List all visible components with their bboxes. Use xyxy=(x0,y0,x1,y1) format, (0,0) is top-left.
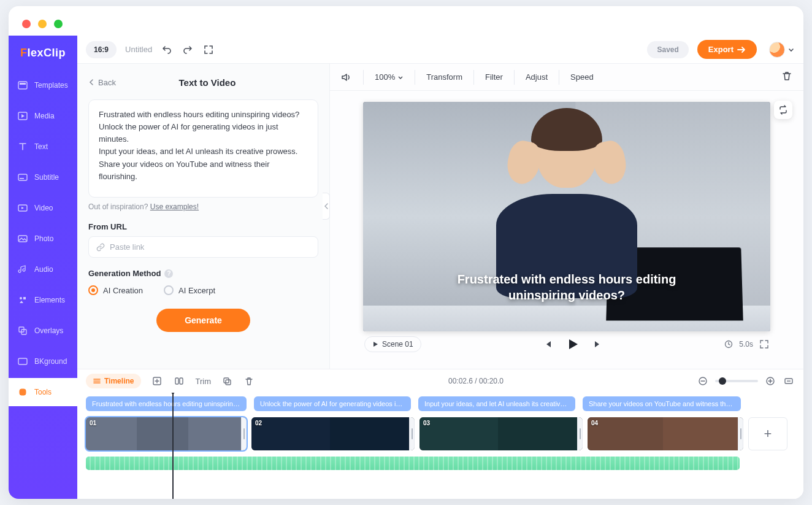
zoom-in-button[interactable] xyxy=(764,375,776,387)
sidebar-item-background[interactable]: BKground xyxy=(9,347,77,376)
chevron-left-icon xyxy=(324,202,329,210)
clip-right-handle[interactable] xyxy=(409,417,415,450)
prev-scene-button[interactable] xyxy=(543,339,553,349)
sidebar-item-overlays[interactable]: Overlays xyxy=(9,317,77,345)
svg-rect-15 xyxy=(175,378,178,384)
radio-label: AI Excerpt xyxy=(178,286,215,295)
workspace: Back Text to Video Frustrated with endle… xyxy=(77,64,803,369)
use-examples-link[interactable]: Use examples! xyxy=(150,202,199,211)
clip-right-handle[interactable] xyxy=(241,417,247,450)
sidebar-item-tools[interactable]: Tools xyxy=(9,378,77,406)
audio-track[interactable] xyxy=(86,457,740,470)
sidebar-item-label: Overlays xyxy=(34,326,63,335)
clip-right-handle[interactable] xyxy=(738,417,743,450)
sidebar-item-text[interactable]: Text xyxy=(9,133,77,161)
video-clip[interactable]: 01 xyxy=(86,417,247,450)
playhead[interactable] xyxy=(172,393,174,499)
panel-header: Back Text to Video xyxy=(88,74,318,91)
filter-button[interactable]: Filter xyxy=(474,70,515,85)
sidebar-items: Templates Media Text Subtitle Video xyxy=(9,69,77,409)
stage-wrap: Frustrated with endless hours editing un… xyxy=(330,91,803,369)
play-button[interactable] xyxy=(566,337,580,351)
sidebar-item-elements[interactable]: Elements xyxy=(9,286,77,314)
document-title[interactable]: Untitled xyxy=(125,45,152,54)
back-button[interactable]: Back xyxy=(88,78,116,87)
caption-track: Frustrated with endless hours editing un… xyxy=(86,396,795,411)
aspect-ratio-pill[interactable]: 16:9 xyxy=(86,41,117,58)
caption-clip[interactable]: Frustrated with endless hours editing un… xyxy=(86,396,247,411)
timeline-body[interactable]: Frustrated with endless hours editing un… xyxy=(77,393,803,499)
sidebar-item-media[interactable]: Media xyxy=(9,102,77,130)
caption-clip[interactable]: Share your videos on YouTube and witness… xyxy=(583,396,741,411)
svg-point-7 xyxy=(20,297,22,299)
fit-timeline-button[interactable] xyxy=(783,375,795,387)
fullscreen-button[interactable] xyxy=(202,44,215,56)
prompt-textarea[interactable]: Frustrated with endless hours editing un… xyxy=(88,99,318,198)
sidebar-item-subtitle[interactable]: Subtitle xyxy=(9,163,77,191)
window-minimize-dot[interactable] xyxy=(38,20,47,28)
split-clip-button[interactable] xyxy=(173,375,185,387)
main-column: 16:9 Untitled Saved Export xyxy=(77,36,803,499)
video-clip[interactable]: 04 xyxy=(588,417,743,450)
expand-stage-button[interactable] xyxy=(759,339,769,349)
svg-rect-8 xyxy=(23,297,26,299)
generation-method-radio-group: AI Creation AI Excerpt xyxy=(88,285,318,295)
account-menu[interactable] xyxy=(765,42,795,58)
timeline-tab[interactable]: Timeline xyxy=(86,374,141,388)
url-input-group[interactable] xyxy=(88,236,318,258)
volume-button[interactable] xyxy=(339,70,364,85)
elements-icon xyxy=(17,295,28,306)
url-input[interactable] xyxy=(110,242,310,252)
zoom-dropdown[interactable]: 100% xyxy=(364,70,415,85)
sidebar-item-photo[interactable]: Photo xyxy=(9,225,77,253)
video-track: 01 02 03 xyxy=(86,417,795,450)
sidebar-item-audio[interactable]: Audio xyxy=(9,255,77,283)
video-clip[interactable]: 03 xyxy=(419,417,583,450)
sidebar-item-label: Subtitle xyxy=(34,173,59,182)
speed-button[interactable]: Speed xyxy=(559,70,605,85)
sidebar-item-label: Audio xyxy=(34,265,53,274)
text-icon xyxy=(17,141,28,152)
window-close-dot[interactable] xyxy=(22,20,31,28)
next-scene-button[interactable] xyxy=(593,339,603,349)
help-icon[interactable]: ? xyxy=(164,269,173,278)
scene-indicator[interactable]: Scene 01 xyxy=(364,336,421,352)
radio-ai-excerpt[interactable]: AI Excerpt xyxy=(164,285,215,295)
delete-button[interactable] xyxy=(781,71,795,84)
caption-clip[interactable]: Unlock the power of AI for generating vi… xyxy=(254,396,411,411)
caption-clip[interactable]: Input your ideas, and let AI unleash its… xyxy=(418,396,575,411)
sidebar-item-video[interactable]: Video xyxy=(9,194,77,222)
export-button[interactable]: Export xyxy=(697,40,757,59)
transform-button[interactable]: Transform xyxy=(415,70,474,85)
adjust-button[interactable]: Adjust xyxy=(515,70,559,85)
link-icon xyxy=(96,243,105,252)
undo-button[interactable] xyxy=(161,44,173,56)
sidebar-item-templates[interactable]: Templates xyxy=(9,71,77,99)
left-sidebar: FlexClip Templates Media Text Subtitle xyxy=(9,36,77,499)
generate-button[interactable]: Generate xyxy=(156,309,250,332)
video-stage[interactable]: Frustrated with endless hours editing un… xyxy=(363,102,770,331)
loop-toggle[interactable] xyxy=(774,101,792,119)
sidebar-item-label: Templates xyxy=(34,81,68,90)
chevron-down-icon xyxy=(397,74,404,80)
clip-number: 02 xyxy=(255,420,262,426)
video-icon xyxy=(17,202,28,214)
duplicate-clip-button[interactable] xyxy=(221,375,233,387)
video-clip[interactable]: 02 xyxy=(251,417,415,450)
clip-right-handle[interactable] xyxy=(577,417,583,450)
redo-button[interactable] xyxy=(182,44,194,56)
timecode-display: 00:02.6 / 00:20.0 xyxy=(448,377,504,385)
delete-clip-button[interactable] xyxy=(243,375,255,387)
subtitle-icon xyxy=(17,172,28,183)
window-zoom-dot[interactable] xyxy=(54,20,63,28)
zoom-slider[interactable] xyxy=(715,380,758,382)
panel-collapse-handle[interactable] xyxy=(323,193,330,220)
zoom-out-button[interactable] xyxy=(697,375,709,387)
trim-button[interactable]: Trim xyxy=(195,377,211,386)
add-clip-button[interactable]: + xyxy=(748,417,787,450)
svg-rect-18 xyxy=(226,380,231,385)
radio-ai-creation[interactable]: AI Creation xyxy=(88,285,143,295)
video-caption: Frustrated with endless hours editing un… xyxy=(363,271,770,303)
add-track-button[interactable] xyxy=(151,375,163,387)
chevron-left-icon xyxy=(88,79,94,86)
